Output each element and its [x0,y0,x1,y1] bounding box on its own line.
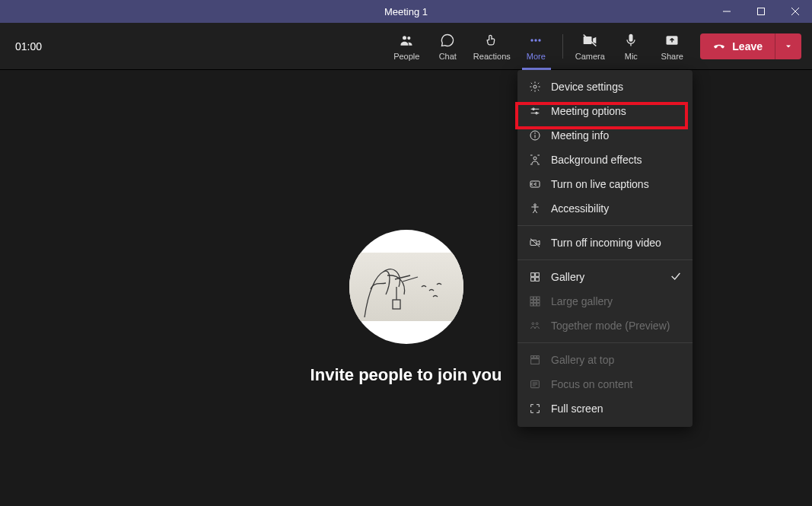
svg-rect-37 [537,300,540,302]
mic-button[interactable]: Mic [610,27,651,66]
svg-point-41 [532,323,534,325]
chevron-down-icon [784,42,793,51]
menu-item-turn-off-incoming[interactable]: Turn off incoming video [517,231,693,255]
more-label: More [527,52,546,61]
more-button[interactable]: More [515,27,556,66]
svg-rect-31 [536,278,540,282]
sliders-icon [528,104,542,118]
svg-rect-28 [531,273,535,277]
large-gallery-icon [528,294,542,308]
svg-rect-40 [537,304,540,306]
svg-point-6 [539,39,541,41]
menu-label: Device settings [551,81,623,93]
reactions-button[interactable]: Reactions [468,27,515,66]
svg-point-19 [533,157,537,160]
menu-item-focus-content: Focus on content [517,372,693,396]
svg-point-11 [533,85,537,88]
menu-label: Gallery [551,271,584,283]
menu-label: Meeting info [551,129,609,142]
svg-rect-33 [533,297,536,299]
menu-item-gallery[interactable]: Gallery [517,265,693,289]
menu-item-meeting-info[interactable]: Meeting info [517,123,693,148]
leave-control: Leave [700,33,801,59]
svg-rect-10 [393,300,400,309]
menu-item-accessibility[interactable]: Accessibility [517,196,693,221]
camera-label: Camera [575,52,605,61]
people-icon [399,32,414,49]
menu-label: Turn on live captions [551,178,649,190]
camera-button[interactable]: Camera [569,27,610,66]
focus-icon [528,377,542,391]
leave-label: Leave [732,40,763,53]
chat-button[interactable]: Chat [427,27,468,66]
svg-rect-43 [531,356,533,358]
menu-item-background-effects[interactable]: Background effects [517,148,693,172]
ellipsis-icon [528,32,543,49]
window-title: Meeting 1 [384,6,428,18]
svg-point-18 [535,133,536,134]
meeting-toolbar: 01:00 People Chat Reactions More [0,23,812,70]
svg-rect-32 [530,297,533,299]
menu-label: Accessibility [551,202,609,215]
meeting-timer: 01:00 [15,40,42,53]
menu-item-live-captions[interactable]: Turn on live captions [517,172,693,196]
maximize-button[interactable] [744,0,778,23]
leave-button[interactable]: Leave [700,33,775,59]
people-label: People [393,52,419,61]
fullscreen-icon [528,402,542,415]
gear-icon [528,80,542,94]
menu-item-device-settings[interactable]: Device settings [517,75,693,99]
gallery-icon [528,270,542,284]
svg-rect-24 [530,181,540,187]
menu-label: Background effects [551,154,642,166]
svg-rect-39 [533,304,536,306]
svg-rect-29 [536,273,540,277]
share-button[interactable]: Share [651,27,693,66]
invite-heading: Invite people to join you [310,365,502,385]
menu-label: Full screen [551,403,603,415]
leave-options-button[interactable] [775,33,801,59]
menu-label: Together mode (Preview) [551,320,670,332]
participant-avatar [349,230,463,344]
people-button[interactable]: People [386,27,427,66]
gallery-top-icon [528,353,542,367]
camera-off-icon [582,32,597,49]
together-icon [528,319,542,333]
toolbar-group-left: People Chat Reactions More [386,27,556,66]
mic-icon [623,32,638,49]
share-label: Share [661,52,683,61]
chat-label: Chat [439,52,457,61]
menu-label: Gallery at top [551,354,614,366]
svg-rect-35 [530,300,533,302]
svg-rect-45 [537,356,540,358]
background-icon [528,153,542,167]
close-button[interactable] [778,0,812,23]
mic-label: Mic [625,52,638,61]
hangup-icon [712,40,726,53]
toolbar-group-right: Camera Mic Share [569,27,693,66]
avatar-art-icon [349,253,463,321]
svg-point-42 [536,323,538,325]
menu-separator [517,342,693,343]
menu-label: Turn off incoming video [551,237,661,249]
svg-rect-44 [534,356,537,358]
minimize-button[interactable] [709,0,744,23]
video-off-icon [528,236,542,250]
svg-rect-46 [531,359,540,364]
accessibility-icon [528,202,542,215]
more-menu: Device settings Meeting options Meeting … [517,70,693,427]
svg-rect-30 [531,278,535,282]
menu-label: Focus on content [551,378,632,390]
menu-item-meeting-options[interactable]: Meeting options [517,99,693,123]
menu-separator [517,259,693,260]
svg-point-4 [531,39,533,41]
toolbar-divider [562,34,563,59]
reactions-icon [484,32,499,49]
menu-label: Meeting options [551,105,626,117]
menu-separator [517,225,693,226]
menu-label: Large gallery [551,295,613,307]
svg-rect-1 [757,8,764,15]
menu-item-gallery-at-top: Gallery at top [517,348,693,372]
svg-rect-36 [533,300,536,302]
menu-item-full-screen[interactable]: Full screen [517,396,693,421]
